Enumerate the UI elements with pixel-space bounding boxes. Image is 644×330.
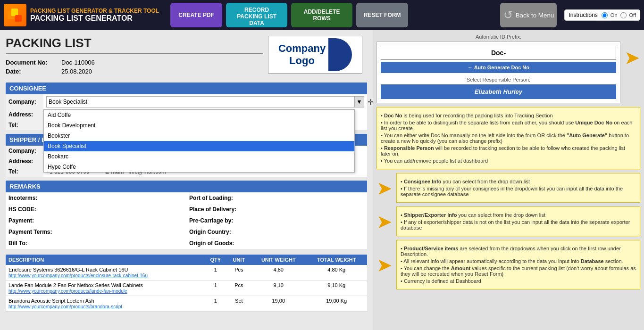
responsible-person-button[interactable]: Elizabeth Hurley <box>381 84 616 99</box>
instructions-label: Instructions <box>569 12 597 18</box>
remarks-row-2: HS CODE: Place of Delivery: <box>6 204 367 215</box>
date-value: 25.08.2020 <box>61 68 92 75</box>
item-unit-weight: 9,10 <box>251 280 306 296</box>
shipper-address-label: Address: <box>6 156 43 166</box>
option-hype-coffe[interactable]: Hype Coffe <box>44 162 354 172</box>
company-input[interactable] <box>47 97 354 107</box>
item-desc: Brandora Acoustic Script Lectern Ash htt… <box>6 296 204 312</box>
remarks-row-4: Payment Terms: Origin Country: <box>6 226 367 238</box>
date-line: Date: 25.08.2020 <box>6 68 263 75</box>
doc-no-section: Automatic ID Prefix: ← Auto Generate Doc… <box>376 34 620 103</box>
svg-rect-2 <box>15 15 22 22</box>
table-row: Enclosure Systems 3626616/G-L Rack Cabin… <box>6 265 367 280</box>
off-label: Off <box>629 12 636 18</box>
remarks-row-3: Payment: Pre-Carriage by: <box>6 215 367 226</box>
hs-code-cell: HS CODE: <box>6 204 186 215</box>
info-section-4: ➤ • Product/Service items are selected f… <box>376 240 640 289</box>
company-logo: Company Logo <box>268 36 362 74</box>
origin-country-cell: Origin Country: <box>186 226 367 238</box>
auto-id-label: Automatic ID Prefix: <box>376 34 620 40</box>
add-delete-button[interactable]: ADD/DELETE ROWS <box>291 3 352 27</box>
instructions-off-radio[interactable] <box>620 12 627 18</box>
company-dropdown-wrapper[interactable]: ▼ <box>46 96 364 107</box>
items-table: DESCRIPTION QTY UNIT UNIT WEIGHT TOTAL W… <box>6 255 367 312</box>
items-header-row: DESCRIPTION QTY UNIT UNIT WEIGHT TOTAL W… <box>6 255 367 265</box>
item-desc: Lande Fan Module 2 Fan For Netbox Series… <box>6 280 204 296</box>
info-box-consignee: • Consignee Info you can select from the… <box>396 173 640 203</box>
date-label: Date: <box>6 68 58 75</box>
company-dropdown-menu[interactable]: Aid Coffe Book Development Bookster Book… <box>43 109 355 173</box>
option-aid-coffe[interactable]: Aid Coffe <box>44 110 354 120</box>
create-pdf-button[interactable]: CREATE PDF <box>170 3 222 27</box>
item-desc: Enclosure Systems 3626616/G-L Rack Cabin… <box>6 265 204 280</box>
instructions-panel: Instructions On Off <box>564 9 640 21</box>
company-dropdown-arrow[interactable]: ▼ <box>354 97 364 107</box>
tel-label: Tel: <box>6 120 43 130</box>
desc-col-header: DESCRIPTION <box>6 255 204 265</box>
main-content: PACKING LIST Document No: Doc-110006 Dat… <box>0 30 644 330</box>
incoterms-cell: Incoterms: <box>6 192 186 204</box>
on-label: On <box>611 12 618 18</box>
doc-prefix-input[interactable] <box>381 46 616 60</box>
item-total-weight: 9,10 Kg <box>306 280 367 296</box>
form-header: PACKING LIST Document No: Doc-110006 Dat… <box>6 36 367 77</box>
item-unit: Pcs <box>227 280 251 296</box>
item-qty: 1 <box>204 296 226 312</box>
instructions-radio-group[interactable]: On Off <box>602 12 636 18</box>
unit-weight-col-header: UNIT WEIGHT <box>251 255 306 265</box>
auto-generate-button[interactable]: ← Auto Generate Doc No <box>381 62 616 73</box>
option-bookarc[interactable]: Bookarc <box>44 151 354 162</box>
remarks-row-1: Incoterms: Port of Loading: <box>6 192 367 204</box>
doc-no-line: Document No: Doc-110006 <box>6 59 263 66</box>
consignee-table: Company: ▼ Aid Coffe Book Development Bo… <box>6 94 367 130</box>
total-weight-col-header: TOTAL WEIGHT <box>306 255 367 265</box>
reset-form-button[interactable]: RESET FORM <box>356 3 408 27</box>
item-link[interactable]: http://www.yourcompany.com/products/bran… <box>8 304 122 309</box>
option-book-dev[interactable]: Book Development <box>44 120 354 131</box>
back-arrow-icon: ↺ <box>503 8 513 22</box>
pre-carriage-cell: Pre-Carriage by: <box>186 215 367 226</box>
left-panel: PACKING LIST Document No: Doc-110006 Dat… <box>0 30 373 330</box>
doc-no-value: Doc-110006 <box>61 59 95 66</box>
select-person-label: Select Responsible Person: <box>381 77 616 82</box>
arrow-shipper-icon: ➤ <box>376 211 393 232</box>
record-packing-button[interactable]: RECORD PACKING LIST DATA <box>226 3 287 27</box>
item-unit: Set <box>227 296 251 312</box>
arrow-products-icon: ➤ <box>376 254 393 276</box>
right-panel: Automatic ID Prefix: ← Auto Generate Doc… <box>373 30 644 330</box>
item-link[interactable]: http://www.yourcompany.com/products/land… <box>8 289 127 294</box>
svg-rect-1 <box>11 8 18 16</box>
shipper-company-label: Company: <box>6 146 43 156</box>
option-book-specialist[interactable]: Book Specialist <box>44 141 354 151</box>
bill-to-cell: Bill To: <box>6 238 186 249</box>
table-row: Brandora Acoustic Script Lectern Ash htt… <box>6 296 367 312</box>
payment-cell: Payment: <box>6 215 186 226</box>
item-unit-weight: 4,80 <box>251 265 306 280</box>
instructions-on-radio[interactable] <box>602 12 608 18</box>
company-row: Company: ▼ Aid Coffe Book Development Bo… <box>6 94 367 109</box>
option-bookster[interactable]: Bookster <box>44 131 354 141</box>
item-total-weight: 19,00 Kg <box>306 296 367 312</box>
back-to-menu-button[interactable]: ↺ Back to Menu <box>500 3 557 27</box>
consignee-header: CONSIGNEE <box>6 82 367 94</box>
place-delivery-cell: Place of Delivery: <box>186 204 367 215</box>
remarks-row-5: Bill To: Origin of Goods: <box>6 238 367 249</box>
table-row: Lande Fan Module 2 Fan For Netbox Series… <box>6 280 367 296</box>
origin-goods-cell: Origin of Goods: <box>186 238 367 249</box>
item-link[interactable]: http://www.yourcompany.com/products/encl… <box>8 273 148 278</box>
company-dropdown-cell[interactable]: ▼ Aid Coffe Book Development Bookster Bo… <box>43 94 367 109</box>
info-box-shipper: • Shipper/Exporter Info you can select f… <box>396 206 640 236</box>
info-section-2: ➤ • Consignee Info you can select from t… <box>376 173 640 203</box>
info-box-1: • Doc No is being used for recording the… <box>376 107 640 169</box>
payment-terms-cell: Payment Terms: <box>6 226 186 238</box>
arrow-doc-icon: ➤ <box>624 48 640 67</box>
unit-col-header: UNIT <box>227 255 251 265</box>
remarks-header: REMARKS <box>6 181 367 192</box>
app-title: PACKING LIST GENERATOR & TRACKER TOOL PA… <box>30 8 159 23</box>
info-section-1: • Doc No is being used for recording the… <box>376 107 640 169</box>
item-unit-weight: 19,00 <box>251 296 306 312</box>
item-qty: 1 <box>204 265 226 280</box>
arrow-consignee-icon: ➤ <box>376 177 393 199</box>
remarks-table: Incoterms: Port of Loading: HS CODE: Pla… <box>6 192 367 249</box>
company-logo-area: Company Logo <box>263 36 367 74</box>
